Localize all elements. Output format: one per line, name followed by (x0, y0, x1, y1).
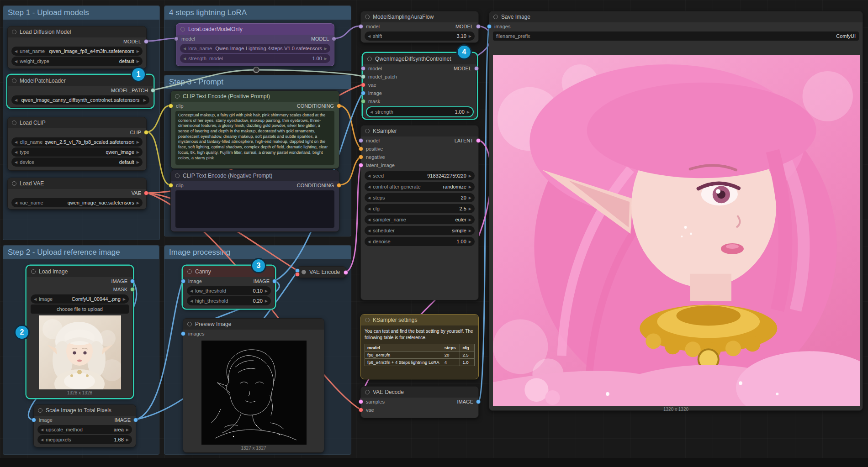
left-arrow-icon[interactable]: ◀ (15, 59, 17, 63)
left-arrow-icon[interactable]: ◀ (15, 160, 17, 164)
vae-input-port[interactable] (359, 408, 363, 412)
left-arrow-icon[interactable]: ◀ (368, 240, 370, 244)
image-output-port[interactable] (130, 279, 135, 283)
weight-dtype-widget[interactable]: ◀ weight_dtype default ▶ (11, 57, 143, 66)
node-preview-image[interactable]: Preview Image images (183, 318, 324, 453)
clip-input-port[interactable] (169, 104, 173, 108)
left-arrow-icon[interactable]: ◀ (183, 47, 186, 51)
collapse-toggle-icon[interactable] (12, 181, 16, 186)
collapse-toggle-icon[interactable] (180, 27, 185, 31)
node-header[interactable]: KSampler settings (361, 315, 478, 325)
node-vae-encode[interactable]: VAE Encode (297, 266, 346, 278)
images-input-port[interactable] (487, 24, 492, 29)
collapse-toggle-icon[interactable] (187, 269, 192, 274)
samples-input-port[interactable] (359, 399, 363, 404)
node-header[interactable]: VAE Decode (361, 387, 478, 398)
collapse-toggle-icon[interactable] (302, 270, 306, 274)
strength-widget[interactable]: ◀ strength 1.00 ▶ (367, 107, 473, 116)
group-lora-title[interactable]: 4 steps lightning LoRA (164, 6, 351, 20)
image-output-port[interactable] (133, 418, 138, 422)
right-arrow-icon[interactable]: ▶ (137, 150, 139, 154)
collapse-toggle-icon[interactable] (175, 173, 180, 178)
right-arrow-icon[interactable]: ▶ (137, 59, 139, 63)
negative-input-port[interactable] (359, 155, 363, 159)
positive-prompt-textarea[interactable]: Conceptual makeup, a fairy girl with pin… (175, 111, 334, 165)
node-header[interactable]: CLIP Text Encode (Negative Prompt) (171, 170, 339, 181)
mask-input-port[interactable] (361, 99, 365, 104)
collapse-toggle-icon[interactable] (31, 269, 36, 274)
right-arrow-icon[interactable]: ▶ (137, 201, 139, 205)
right-arrow-icon[interactable]: ▶ (469, 229, 471, 233)
left-arrow-icon[interactable]: ◀ (41, 438, 43, 442)
collapse-toggle-icon[interactable] (365, 390, 370, 394)
vae-name-widget[interactable]: ◀ vae_name qwen_image_vae.safetensors ▶ (11, 198, 143, 207)
node-load-clip[interactable]: Load CLIP CLIP ◀ clip_name qwen_2.5_vl_7… (7, 117, 147, 171)
group-step2-title[interactable]: Step 2 - Upload reference image (3, 246, 159, 259)
node-model-patch-loader[interactable]: ModelPatchLoader MODEL_PATCH ◀ qwen_imag… (7, 75, 153, 108)
negative-prompt-textarea[interactable] (175, 190, 334, 228)
node-vae-decode[interactable]: VAE Decode samples IMAGE vae (360, 386, 479, 418)
megapixels-widget[interactable]: ◀ megapixels 1.68 ▶ (37, 435, 132, 444)
collapse-toggle-icon[interactable] (187, 322, 192, 326)
image-file-widget[interactable]: ◀ image ComfyUI_00944_.png ▶ (31, 294, 129, 304)
node-load-vae[interactable]: Load VAE VAE ◀ vae_name qwen_image_vae.s… (7, 178, 147, 210)
high-threshold-widget[interactable]: ◀ high_threshold 0.20 ▶ (187, 296, 271, 305)
model-input-port[interactable] (359, 24, 363, 29)
right-arrow-icon[interactable]: ▶ (137, 140, 139, 144)
clip-output-port[interactable] (144, 130, 148, 135)
left-arrow-icon[interactable]: ◀ (368, 174, 370, 178)
image-output-port[interactable] (476, 399, 481, 404)
left-arrow-icon[interactable]: ◀ (368, 196, 370, 200)
left-arrow-icon[interactable]: ◀ (368, 207, 370, 211)
right-arrow-icon[interactable]: ▶ (137, 160, 139, 164)
node-clip-text-encode-negative[interactable]: CLIP Text Encode (Negative Prompt) clip … (170, 170, 339, 232)
left-arrow-icon[interactable]: ◀ (368, 34, 370, 38)
collapse-toggle-icon[interactable] (365, 129, 370, 133)
conditioning-output-port[interactable] (337, 104, 341, 108)
node-save-image[interactable]: Save Image images filename_prefix ComfyU… (489, 11, 863, 411)
left-arrow-icon[interactable]: ◀ (15, 49, 17, 53)
node-ksampler[interactable]: KSampler model LATENT positive negative … (360, 125, 479, 300)
right-arrow-icon[interactable]: ▶ (469, 196, 471, 200)
filename-prefix-widget[interactable]: filename_prefix ComfyUI (493, 31, 859, 41)
left-arrow-icon[interactable]: ◀ (368, 185, 370, 189)
image-input-port[interactable] (361, 91, 365, 95)
right-arrow-icon[interactable]: ▶ (137, 49, 139, 53)
vae-output-port[interactable] (144, 191, 148, 195)
group-imgproc-title[interactable]: Image processing (164, 246, 351, 259)
right-arrow-icon[interactable]: ▶ (265, 299, 268, 303)
node-lora-loader-model-only[interactable]: LoraLoaderModelOnly model MODEL ◀ lora_n… (176, 23, 334, 66)
right-arrow-icon[interactable]: ▶ (324, 57, 327, 61)
node-header[interactable]: CLIP Text Encode (Positive Prompt) (171, 91, 339, 102)
node-ksampler-settings-note[interactable]: KSampler settings You can test and find … (360, 314, 479, 379)
collapse-toggle-icon[interactable] (12, 121, 16, 125)
clip-type-widget[interactable]: ◀ type qwen_image ▶ (11, 147, 143, 157)
node-load-image[interactable]: Load Image IMAGE MASK ◀ image ComfyUI_00… (26, 266, 133, 398)
node-clip-text-encode-positive[interactable]: CLIP Text Encode (Positive Prompt) clip … (170, 90, 339, 169)
node-load-diffusion-model[interactable]: Load Diffusion Model MODEL ◀ unet_name q… (7, 26, 147, 69)
choose-file-button[interactable]: choose file to upload (31, 304, 129, 314)
clip-name-widget[interactable]: ◀ clip_name qwen_2.5_vl_7b_fp8_scaled.sa… (11, 137, 143, 147)
seed-widget[interactable]: ◀ seed 91832422759220 ▶ (365, 171, 475, 180)
mask-output-port[interactable] (130, 287, 135, 292)
conditioning-output-port[interactable] (337, 183, 341, 188)
left-arrow-icon[interactable]: ◀ (15, 201, 17, 205)
clip-input-port[interactable] (169, 183, 173, 188)
node-qwen-image-diffsynth-controlnet[interactable]: QwenImageDiffsynthControlnet model MODEL… (363, 53, 477, 119)
left-arrow-icon[interactable]: ◀ (15, 140, 17, 144)
collapse-toggle-icon[interactable] (38, 408, 42, 413)
clip-device-widget[interactable]: ◀ device default ▶ (11, 157, 143, 167)
denoise-widget[interactable]: ◀ denoise 1.00 ▶ (365, 237, 475, 246)
model-output-port[interactable] (332, 37, 336, 41)
right-arrow-icon[interactable]: ▶ (126, 438, 129, 442)
left-arrow-icon[interactable]: ◀ (34, 297, 37, 301)
model-output-port[interactable] (474, 66, 479, 71)
node-header[interactable]: LoraLoaderModelOnly (176, 24, 334, 35)
model-output-port[interactable] (476, 24, 481, 29)
group-step3-title[interactable]: Step 3 - Prompt (164, 75, 351, 89)
right-arrow-icon[interactable]: ▶ (469, 218, 471, 222)
lora-strength-widget[interactable]: ◀ strength_model 1.00 ▶ (180, 54, 330, 63)
right-arrow-icon[interactable]: ▶ (469, 207, 471, 211)
model-input-port[interactable] (174, 37, 179, 41)
node-header[interactable]: Load VAE (8, 178, 146, 189)
